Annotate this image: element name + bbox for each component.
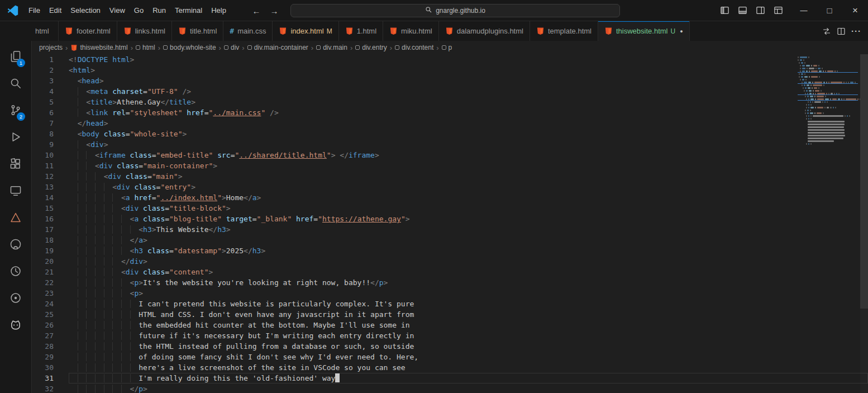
code-line-25[interactable]: 25 HTML and CSS. I don't even have any j… bbox=[32, 309, 868, 320]
menu-terminal[interactable]: Terminal bbox=[170, 4, 207, 17]
badge: 2 bbox=[17, 112, 25, 121]
code-line-8[interactable]: 8 <body class="whole-site"> bbox=[32, 129, 868, 139]
code-line-27[interactable]: 27 future if it's necessary but I'm writ… bbox=[32, 330, 868, 341]
toggle-primary-sidebar-icon[interactable] bbox=[717, 3, 732, 18]
source-control-icon[interactable]: 2 bbox=[2, 97, 29, 124]
code-line-28[interactable]: 28 the HTML instead of pulling from a da… bbox=[32, 341, 868, 352]
breadcrumb-div[interactable]: div bbox=[224, 44, 239, 51]
search-icon[interactable] bbox=[2, 70, 29, 97]
toggle-panel-icon[interactable] bbox=[735, 3, 750, 18]
tab-main-css[interactable]: #main.css bbox=[223, 21, 273, 41]
tab-title-html[interactable]: title.html bbox=[172, 21, 223, 41]
code-line-17[interactable]: 17 <h3>This Website</h3> bbox=[32, 224, 868, 235]
close-button[interactable]: × bbox=[842, 0, 868, 21]
tab-links-html[interactable]: links.html bbox=[117, 21, 172, 41]
minimap[interactable] bbox=[798, 54, 860, 145]
breadcrumb-thiswebsite-html[interactable]: thiswebsite.html bbox=[70, 44, 127, 51]
html-file-icon bbox=[445, 27, 454, 35]
tab-label: 1.html bbox=[357, 27, 376, 35]
breadcrumb-html[interactable]: html bbox=[136, 44, 155, 51]
line-number: 6 bbox=[32, 107, 69, 118]
tab-label: title.html bbox=[190, 27, 217, 35]
tab-1-html[interactable]: 1.html bbox=[339, 21, 383, 41]
code-line-5[interactable]: 5 <title>Athene.Gay</title> bbox=[32, 97, 868, 107]
tab-index-html[interactable]: index.htmlM bbox=[273, 21, 338, 41]
code-line-16[interactable]: 16 <a class="blog-title" target="_blank"… bbox=[32, 214, 868, 224]
line-number: 28 bbox=[32, 341, 69, 352]
code-line-9[interactable]: 9 <div> bbox=[32, 139, 868, 150]
symbol-element-icon bbox=[247, 45, 252, 50]
code-line-12[interactable]: 12 <div class="main"> bbox=[32, 171, 868, 182]
command-center[interactable]: gnargle.github.io bbox=[290, 4, 620, 17]
menu-view[interactable]: View bbox=[105, 4, 130, 17]
run-debug-icon[interactable] bbox=[2, 124, 29, 150]
forward-arrow-icon[interactable]: → bbox=[268, 6, 280, 16]
code-line-13[interactable]: 13 <div class="entry"> bbox=[32, 182, 868, 192]
breadcrumb-projects[interactable]: projects bbox=[39, 44, 63, 51]
github-icon[interactable] bbox=[2, 231, 29, 258]
tab-footer-html[interactable]: footer.html bbox=[59, 21, 117, 41]
code-line-23[interactable]: 23 <p> bbox=[32, 288, 868, 299]
tab-template-html[interactable]: template.html bbox=[530, 21, 598, 41]
code-line-15[interactable]: 15 <div class="title-block"> bbox=[32, 203, 868, 214]
customize-layout-icon[interactable] bbox=[771, 3, 785, 18]
toggle-secondary-sidebar-icon[interactable] bbox=[753, 3, 767, 18]
code-line-19[interactable]: 19 <h3 class="datestamp">2025</h3> bbox=[32, 245, 868, 256]
code-line-11[interactable]: 11 <div class="main-container"> bbox=[32, 160, 868, 171]
tab-dalamudplugins-html[interactable]: dalamudplugins.html bbox=[439, 21, 530, 41]
menu-file[interactable]: File bbox=[24, 4, 45, 17]
tab-thiswebsite-html[interactable]: thiswebsite.htmlU● bbox=[598, 21, 690, 41]
git-status-letter: U bbox=[670, 27, 675, 35]
code-line-18[interactable]: 18 </a> bbox=[32, 235, 868, 245]
more-actions-icon[interactable]: ··· bbox=[851, 26, 861, 36]
dirty-indicator-dot[interactable]: ● bbox=[680, 29, 683, 34]
ext-circle-icon[interactable] bbox=[2, 285, 29, 311]
menu-go[interactable]: Go bbox=[130, 4, 148, 17]
code-line-1[interactable]: 1<!DOCTYPE html> bbox=[32, 54, 868, 65]
menu-selection[interactable]: Selection bbox=[66, 4, 104, 17]
maximize-button[interactable]: □ bbox=[817, 0, 842, 21]
back-arrow-icon[interactable]: ← bbox=[250, 6, 263, 16]
code-line-29[interactable]: 29 of doing some fancy shit I don't see … bbox=[32, 352, 868, 362]
copilot-icon[interactable] bbox=[2, 311, 29, 338]
code-line-21[interactable]: 21 <div class="content"> bbox=[32, 267, 868, 277]
code-line-31[interactable]: 31 I'm really doing this the 'old-fashio… bbox=[32, 373, 868, 383]
code-line-14[interactable]: 14 <a href="../index.html">Home</a> bbox=[32, 192, 868, 203]
code-line-32[interactable]: 32 </p> bbox=[32, 383, 868, 393]
code-line-6[interactable]: 6 <link rel="stylesheet" href="../main.c… bbox=[32, 107, 868, 118]
ext-triangle-icon[interactable] bbox=[2, 204, 29, 231]
code-line-24[interactable]: 24 I can't pretend this website is parti… bbox=[32, 299, 868, 309]
menu-edit[interactable]: Edit bbox=[45, 4, 66, 17]
tab-miku-html[interactable]: miku.html bbox=[383, 21, 439, 41]
scrollbar-thumb[interactable] bbox=[860, 54, 868, 309]
breadcrumb-div-main-container[interactable]: div.main-container bbox=[247, 44, 308, 51]
extensions-icon[interactable] bbox=[2, 150, 29, 177]
code-line-7[interactable]: 7 </head> bbox=[32, 118, 868, 129]
code-line-10[interactable]: 10 <iframe class="embed-title" src="../s… bbox=[32, 150, 868, 160]
split-editor-icon[interactable] bbox=[837, 27, 846, 36]
line-number: 9 bbox=[32, 139, 69, 150]
breadcrumb-div-main[interactable]: div.main bbox=[316, 44, 347, 51]
open-changes-icon[interactable] bbox=[822, 27, 831, 36]
history-icon[interactable] bbox=[2, 258, 29, 285]
code-line-3[interactable]: 3 <head> bbox=[32, 75, 868, 86]
breadcrumb-body-whole-site[interactable]: body.whole-site bbox=[163, 44, 216, 51]
tab-html[interactable]: html bbox=[32, 21, 59, 41]
code-line-26[interactable]: 26 the embedded hit counter at the botto… bbox=[32, 320, 868, 330]
code-editor[interactable]: 1<!DOCTYPE html>2<html>3 <head>4 <meta c… bbox=[32, 54, 868, 393]
breadcrumb-div-entry[interactable]: div.entry bbox=[355, 44, 387, 51]
scrollbar[interactable] bbox=[860, 54, 868, 393]
code-line-4[interactable]: 4 <meta charset="UTF-8" /> bbox=[32, 86, 868, 97]
menu-run[interactable]: Run bbox=[148, 4, 170, 17]
code-line-2[interactable]: 2<html> bbox=[32, 65, 868, 75]
remote-explorer-icon[interactable] bbox=[2, 177, 29, 204]
breadcrumb-p[interactable]: p bbox=[442, 44, 452, 51]
code-line-20[interactable]: 20 </div> bbox=[32, 256, 868, 267]
code-line-30[interactable]: 30 here's a live screenshot of the site … bbox=[32, 362, 868, 373]
minimize-button[interactable]: — bbox=[791, 0, 817, 21]
line-number: 3 bbox=[32, 75, 69, 86]
menu-help[interactable]: Help bbox=[207, 4, 231, 17]
code-line-22[interactable]: 22 <p>It's the website you're looking at… bbox=[32, 277, 868, 288]
explorer-icon[interactable]: 1 bbox=[2, 43, 29, 70]
breadcrumb-div-content[interactable]: div.content bbox=[395, 44, 433, 51]
